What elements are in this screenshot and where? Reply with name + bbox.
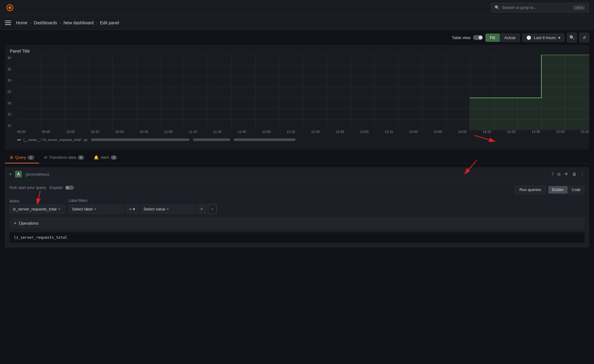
collapse-button[interactable]: ▾ [10, 172, 11, 176]
tabs: ⊞ Query 1 ⇄ Transform data 0 🔔 Alert 0 [5, 152, 589, 164]
fill-button[interactable]: Fill [485, 34, 500, 42]
y-label-20: 20 [7, 101, 15, 105]
chevron-down-icon: ▾ [94, 207, 96, 211]
expression-box: lz_server_requests_total [10, 232, 584, 243]
alert-icon: 🔔 [94, 155, 99, 160]
x-label: 14:30 [507, 130, 516, 134]
tab-alert[interactable]: 🔔 Alert 0 [89, 152, 122, 163]
select-label-text: Select label [72, 207, 93, 211]
y-label-10: 10 [7, 124, 15, 127]
query-body: Kick start your query Explain Run querie… [5, 181, 589, 247]
metric-row: Metric lz_server_requests_total ▾ [10, 198, 584, 214]
breadcrumb: Home › Dashboards › New dashboard › Edit… [16, 20, 119, 25]
breadcrumb-current: Edit panel [100, 20, 119, 25]
svg-line-39 [464, 160, 477, 174]
code-button[interactable]: Code [568, 186, 584, 194]
query-actions: ? ⧉ 👁 🗑 ⋮ [548, 172, 584, 177]
clock-icon: 🕐 [526, 35, 531, 40]
x-label: 10:15 [91, 130, 99, 134]
table-view-switch[interactable] [473, 35, 483, 40]
add-filter-button[interactable]: + [208, 204, 217, 214]
svg-line-41 [37, 191, 40, 205]
label-filter-area: Label filters Select label ▾ = ▾ [69, 198, 217, 214]
x-label: 11:45 [238, 130, 246, 134]
table-view-toggle[interactable]: Table view [452, 35, 483, 40]
menu-icon[interactable] [5, 20, 11, 26]
copy-icon[interactable]: ⧉ [557, 172, 560, 177]
builder-code-group: Builder Code [548, 186, 584, 194]
select-value-dropdown[interactable]: Select value ▾ [140, 205, 196, 214]
time-picker[interactable]: 🕐 Last 6 hours ▾ [522, 34, 564, 42]
nav-bar: Home › Dashboards › New dashboard › Edit… [0, 15, 594, 30]
legend-bar: {__name__="lz_server_requests_total", ap [17, 135, 589, 144]
fill-actual-group: Fill Actual [485, 34, 520, 42]
x-label: 15:00 [556, 130, 565, 134]
actual-button[interactable]: Actual [500, 34, 520, 42]
tab-transform[interactable]: ⇄ Transform data 0 [39, 152, 89, 163]
explain-toggle: Explain [50, 185, 74, 190]
chevron-down-icon: ▾ [58, 207, 60, 211]
x-label: 13:15 [385, 130, 393, 134]
operator-select[interactable]: = ▾ [126, 205, 138, 214]
x-label: 13:30 [409, 130, 418, 134]
zoom-out-button[interactable]: 🔍 [567, 33, 577, 42]
svg-point-3 [9, 7, 10, 8]
tab-transform-label: Transform data [49, 155, 76, 160]
x-label: 14:00 [458, 130, 467, 134]
refresh-button[interactable]: ↺ [579, 33, 589, 42]
builder-button[interactable]: Builder [548, 186, 568, 194]
explain-switch[interactable] [65, 186, 74, 190]
select-label-dropdown[interactable]: Select label ▾ [69, 205, 124, 214]
query-section: ⊞ Query 1 ⇄ Transform data 0 🔔 Alert 0 ▾… [0, 152, 594, 247]
metric-arrow [28, 189, 53, 209]
breadcrumb-home[interactable]: Home [16, 20, 27, 25]
clear-filter-button[interactable]: ✕ [197, 204, 206, 214]
plus-icon: + [211, 207, 213, 211]
x-label: 12:15 [287, 130, 295, 134]
operations-row[interactable]: + Operations [10, 218, 584, 229]
chart-area: 40 35 30 25 20 15 10 [5, 55, 589, 144]
delete-icon[interactable]: 🗑 [572, 172, 576, 177]
search-bar[interactable]: 🔍 Search or jump to... ctrl+k [491, 3, 589, 13]
operations-label: Operations [19, 221, 38, 226]
breadcrumb-dashboards[interactable]: Dashboards [34, 20, 57, 25]
table-view-label: Table view [452, 35, 471, 40]
label-filter-group: Label filters Select label ▾ = ▾ [69, 198, 217, 214]
refresh-icon: ↺ [583, 35, 586, 40]
legend-text: {__name__="lz_server_requests_total", ap [23, 138, 87, 142]
search-icon: 🔍 [495, 5, 500, 10]
x-label: 14:45 [532, 130, 540, 134]
x-label: 15:15 [580, 130, 589, 134]
tab-query[interactable]: ⊞ Query 1 [5, 152, 39, 163]
zoom-out-icon: 🔍 [569, 35, 575, 40]
x-label: 12:45 [336, 130, 344, 134]
select-value-text: Select value [144, 207, 165, 211]
alert-badge: 0 [111, 155, 117, 160]
chart-container: Panel Title 40 35 30 25 20 15 10 [5, 45, 589, 150]
datasource-label: (prometheus) [26, 172, 49, 177]
svg-marker-35 [470, 55, 589, 130]
x-axis: 09:30 09:45 10:00 10:15 10:30 10:45 11:0… [17, 129, 589, 135]
x-label: 10:00 [66, 130, 75, 134]
chevron-down-icon: ▾ [558, 35, 560, 40]
run-queries-button[interactable]: Run queries [515, 185, 546, 194]
eye-icon[interactable]: 👁 [564, 172, 568, 177]
label-filters-label: Label filters [69, 198, 217, 203]
tab-alert-label: Alert [101, 155, 109, 160]
x-label: 11:15 [189, 130, 197, 134]
help-icon[interactable]: ? [551, 172, 554, 177]
chevron-down-icon: ▾ [167, 207, 169, 211]
query-builder: ▾ A (prometheus) ? ⧉ 👁 🗑 ⋮ [5, 167, 589, 247]
x-label: 09:45 [42, 130, 50, 134]
more-icon[interactable]: ⋮ [580, 172, 584, 177]
close-icon: ✕ [200, 207, 203, 211]
breadcrumb-sep1: › [30, 20, 31, 25]
operator-value: = [129, 207, 132, 211]
search-placeholder: Search or jump to... [502, 5, 537, 10]
transform-badge: 0 [78, 155, 84, 160]
x-label: 11:30 [213, 130, 222, 134]
breadcrumb-new-dashboard[interactable]: New dashboard [63, 20, 94, 25]
x-label: 14:15 [483, 130, 491, 134]
x-label: 11:00 [164, 130, 173, 134]
x-label: 13:00 [360, 130, 369, 134]
